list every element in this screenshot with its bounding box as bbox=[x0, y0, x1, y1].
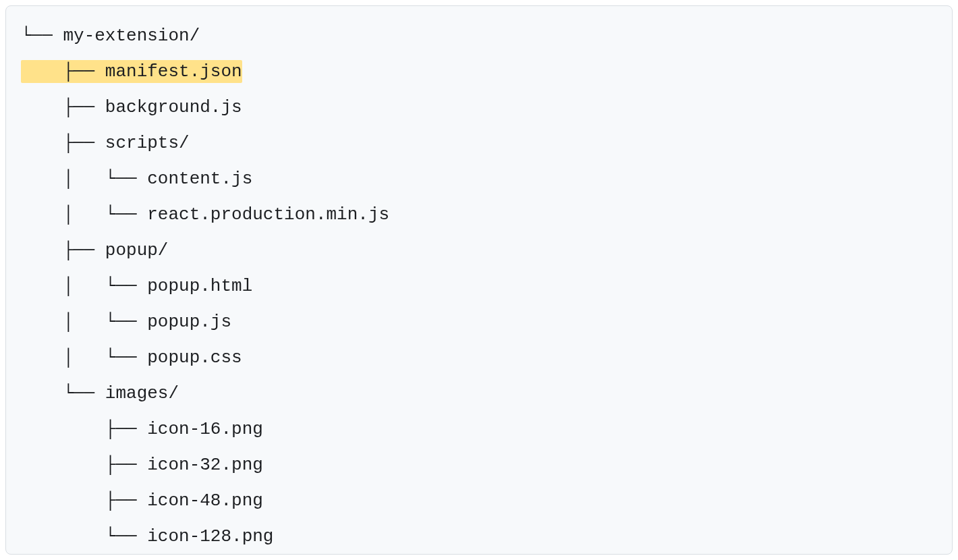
tree-entry: images/ bbox=[105, 383, 179, 403]
tree-row: │ └── popup.js bbox=[21, 304, 937, 340]
tree-prefix: │ └── bbox=[21, 204, 147, 225]
tree-entry: popup.html bbox=[147, 276, 252, 296]
tree-prefix: ├── bbox=[21, 491, 147, 511]
tree-entry: content.js bbox=[147, 169, 252, 189]
tree-prefix: ├── bbox=[21, 61, 105, 82]
tree-entry: popup/ bbox=[105, 240, 169, 260]
tree-entry: popup.css bbox=[147, 347, 242, 368]
tree-entry: icon-16.png bbox=[147, 419, 263, 439]
tree-entry: icon-32.png bbox=[147, 455, 263, 475]
tree-entry: my-extension/ bbox=[63, 26, 200, 46]
tree-row: │ └── react.production.min.js bbox=[21, 197, 937, 233]
tree-row: │ └── content.js bbox=[21, 161, 937, 197]
tree-prefix: ├── bbox=[21, 240, 105, 260]
tree-row: └── images/ bbox=[21, 376, 937, 412]
tree-entry: popup.js bbox=[147, 312, 231, 332]
tree-prefix: ├── bbox=[21, 97, 105, 117]
tree-prefix: │ └── bbox=[21, 169, 147, 189]
tree-entry: icon-48.png bbox=[147, 491, 263, 511]
tree-prefix: │ └── bbox=[21, 347, 147, 368]
tree-prefix: └── bbox=[21, 383, 105, 403]
tree-row: ├── popup/ bbox=[21, 233, 937, 269]
tree-prefix: │ └── bbox=[21, 276, 147, 296]
tree-row: │ └── popup.html bbox=[21, 269, 937, 304]
tree-entry: react.production.min.js bbox=[147, 204, 389, 225]
tree-row: ├── icon-16.png bbox=[21, 412, 937, 447]
tree-entry: scripts/ bbox=[105, 133, 190, 153]
tree-row: └── icon-128.png bbox=[21, 519, 937, 555]
tree-prefix: ├── bbox=[21, 133, 105, 153]
tree-row: ├── background.js bbox=[21, 90, 937, 125]
tree-row: │ └── popup.css bbox=[21, 340, 937, 376]
tree-entry: icon-128.png bbox=[147, 526, 273, 547]
tree-row: └── my-extension/ bbox=[21, 18, 937, 54]
tree-entry: manifest.json bbox=[105, 61, 242, 82]
tree-entry: background.js bbox=[105, 97, 242, 117]
code-block: └── my-extension/ ├── manifest.json ├── … bbox=[5, 5, 953, 555]
tree-prefix: └── bbox=[21, 26, 63, 46]
tree-row: ├── manifest.json bbox=[21, 54, 937, 90]
tree-prefix: ├── bbox=[21, 455, 147, 475]
directory-tree: └── my-extension/ ├── manifest.json ├── … bbox=[21, 18, 937, 555]
tree-prefix: │ └── bbox=[21, 312, 147, 332]
tree-prefix: └── bbox=[21, 526, 147, 547]
tree-row: ├── icon-48.png bbox=[21, 483, 937, 519]
tree-prefix: ├── bbox=[21, 419, 147, 439]
tree-row: ├── scripts/ bbox=[21, 125, 937, 161]
tree-row: ├── icon-32.png bbox=[21, 447, 937, 483]
